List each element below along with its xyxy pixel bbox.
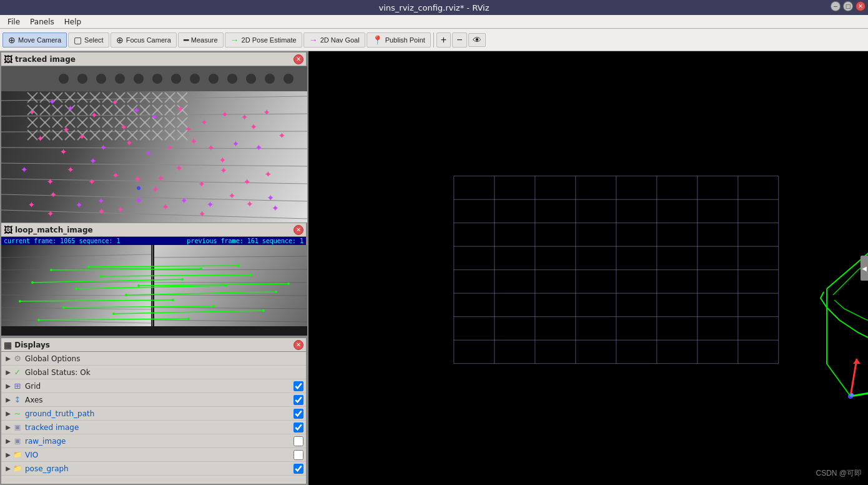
menu-panels[interactable]: Panels bbox=[25, 16, 59, 28]
nav-goal-button[interactable]: → 2D Nav Goal bbox=[303, 32, 365, 48]
pose-estimate-label: 2D Pose Estimate bbox=[242, 36, 297, 44]
display-item-name: Axes bbox=[25, 396, 293, 404]
focus-camera-icon: ⊕ bbox=[116, 35, 124, 45]
display-visibility-checkbox[interactable] bbox=[293, 395, 303, 405]
maximize-button[interactable]: □ bbox=[843, 1, 853, 11]
display-item-name: Global Options bbox=[25, 354, 303, 363]
loop-match-panel-icon: 🖼 bbox=[4, 225, 12, 235]
display-expand-icon[interactable]: ▶ bbox=[4, 409, 12, 418]
nav-goal-icon: → bbox=[309, 35, 318, 45]
measure-icon: ━ bbox=[184, 35, 189, 45]
view-button[interactable]: 👁 bbox=[468, 33, 486, 47]
display-item[interactable]: ▶✓Global Status: Ok bbox=[1, 366, 306, 379]
focus-camera-button[interactable]: ⊕ Focus Camera bbox=[111, 32, 177, 48]
select-label: Select bbox=[84, 36, 104, 44]
pose-estimate-icon: → bbox=[230, 35, 239, 45]
display-type-icon: ✓ bbox=[12, 368, 22, 378]
close-button[interactable]: ✕ bbox=[856, 1, 866, 11]
loop-match-header-left: 🖼 loop_match_image bbox=[4, 225, 93, 235]
displays-close-button[interactable]: ✕ bbox=[293, 340, 303, 350]
toolbar-separator bbox=[433, 32, 434, 48]
display-expand-icon[interactable]: ▶ bbox=[4, 437, 12, 446]
display-visibility-checkbox[interactable] bbox=[293, 436, 303, 446]
minimize-button[interactable]: − bbox=[831, 1, 841, 11]
publish-point-button[interactable]: 📍 Publish Point bbox=[367, 32, 431, 48]
display-item-name: Global Status: Ok bbox=[25, 368, 303, 377]
display-item[interactable]: ▶~ground_truth_path bbox=[1, 407, 306, 421]
tracked-image-canvas bbox=[1, 66, 307, 222]
display-type-icon: 📁 bbox=[12, 464, 22, 474]
tracked-image-close-button[interactable]: ✕ bbox=[293, 54, 303, 64]
displays-panel: ▦ Displays ✕ ▶⚙Global Options▶✓Global St… bbox=[0, 337, 307, 485]
loop-match-panel: 🖼 loop_match_image ✕ current frame: 1065… bbox=[0, 223, 307, 337]
loop-info-bar: current frame: 1065 sequence: 1 previous… bbox=[1, 237, 306, 245]
window-controls: − □ ✕ bbox=[831, 1, 866, 11]
display-item-name: Grid bbox=[25, 382, 293, 391]
main-layout: 🖼 tracked image ✕ 🖼 loop_match_image ✕ c… bbox=[0, 51, 868, 485]
display-item[interactable]: ▶⚙Global Options bbox=[1, 352, 306, 366]
display-item-name: pose_graph bbox=[25, 464, 293, 473]
tracked-image-header: 🖼 tracked image ✕ bbox=[1, 52, 306, 66]
move-camera-icon: ⊕ bbox=[8, 35, 16, 45]
display-visibility-checkbox[interactable] bbox=[293, 381, 303, 391]
menu-help[interactable]: Help bbox=[59, 16, 86, 28]
loop-previous-info: previous frame: 161 sequence: 1 bbox=[187, 238, 303, 244]
display-item[interactable]: ▶⊞Grid bbox=[1, 379, 306, 393]
display-expand-icon[interactable]: ▶ bbox=[4, 451, 12, 459]
toolbar: ⊕ Move Camera ▢ Select ⊕ Focus Camera ━ … bbox=[0, 29, 868, 51]
display-expand-icon[interactable]: ▶ bbox=[4, 423, 12, 432]
loop-match-close-button[interactable]: ✕ bbox=[293, 225, 303, 235]
zoom-out-button[interactable]: − bbox=[452, 32, 466, 48]
viewport-canvas bbox=[308, 51, 868, 485]
display-visibility-checkbox[interactable] bbox=[293, 422, 303, 432]
display-item[interactable]: ▶▣tracked image bbox=[1, 421, 306, 434]
display-item[interactable]: ▶📁pose_graph bbox=[1, 462, 306, 476]
display-item-name: tracked image bbox=[25, 423, 293, 432]
menu-bar: File Panels Help bbox=[0, 15, 868, 29]
display-type-icon: ↕ bbox=[12, 395, 22, 405]
publish-point-label: Publish Point bbox=[385, 36, 425, 44]
select-button[interactable]: ▢ Select bbox=[68, 32, 109, 48]
loop-match-header: 🖼 loop_match_image ✕ bbox=[1, 223, 306, 237]
select-icon: ▢ bbox=[74, 35, 82, 45]
display-item-name: raw_image bbox=[25, 437, 293, 446]
display-expand-icon[interactable]: ▶ bbox=[4, 396, 12, 404]
move-camera-button[interactable]: ⊕ Move Camera bbox=[2, 32, 67, 48]
3d-viewport[interactable]: ◀ CSDN @可即 bbox=[308, 51, 868, 485]
measure-label: Measure bbox=[191, 36, 218, 44]
display-type-icon: 📁 bbox=[12, 450, 22, 460]
viewport-collapse-handle[interactable]: ◀ bbox=[861, 256, 868, 281]
displays-content: ▶⚙Global Options▶✓Global Status: Ok▶⊞Gri… bbox=[1, 352, 306, 484]
tracked-image-display bbox=[1, 66, 307, 222]
loop-current-info: current frame: 1065 sequence: 1 bbox=[4, 238, 121, 244]
displays-header: ▦ Displays ✕ bbox=[1, 338, 306, 352]
display-item-name: ground_truth_path bbox=[25, 409, 293, 418]
display-expand-icon[interactable]: ▶ bbox=[4, 464, 12, 473]
tracked-image-title: tracked image bbox=[15, 55, 76, 64]
viewport-label: CSDN @可即 bbox=[816, 468, 862, 479]
display-expand-icon[interactable]: ▶ bbox=[4, 354, 12, 363]
display-item[interactable]: ▶↕Axes bbox=[1, 393, 306, 407]
tracked-image-panel: 🖼 tracked image ✕ bbox=[0, 51, 307, 223]
display-type-icon: ▣ bbox=[12, 436, 22, 446]
display-item[interactable]: ▶▣raw_image bbox=[1, 434, 306, 448]
menu-file[interactable]: File bbox=[2, 16, 25, 28]
focus-camera-label: Focus Camera bbox=[126, 36, 171, 44]
tracked-image-header-left: 🖼 tracked image bbox=[4, 54, 76, 64]
displays-panel-icon: ▦ bbox=[4, 340, 12, 350]
display-visibility-checkbox[interactable] bbox=[293, 409, 303, 419]
displays-title: Displays bbox=[14, 341, 50, 349]
display-expand-icon[interactable]: ▶ bbox=[4, 382, 12, 391]
display-type-icon: ▣ bbox=[12, 422, 22, 432]
loop-match-title: loop_match_image bbox=[15, 226, 93, 234]
display-type-icon: ⚙ bbox=[12, 354, 22, 364]
measure-button[interactable]: ━ Measure bbox=[178, 32, 224, 48]
display-visibility-checkbox[interactable] bbox=[293, 464, 303, 474]
zoom-in-button[interactable]: + bbox=[436, 32, 451, 48]
left-panel: 🖼 tracked image ✕ 🖼 loop_match_image ✕ c… bbox=[0, 51, 308, 485]
display-item[interactable]: ▶📁VIO bbox=[1, 448, 306, 462]
display-visibility-checkbox[interactable] bbox=[293, 450, 303, 460]
display-expand-icon[interactable]: ▶ bbox=[4, 368, 12, 377]
publish-point-icon: 📍 bbox=[372, 35, 383, 45]
pose-estimate-button[interactable]: → 2D Pose Estimate bbox=[225, 32, 302, 48]
